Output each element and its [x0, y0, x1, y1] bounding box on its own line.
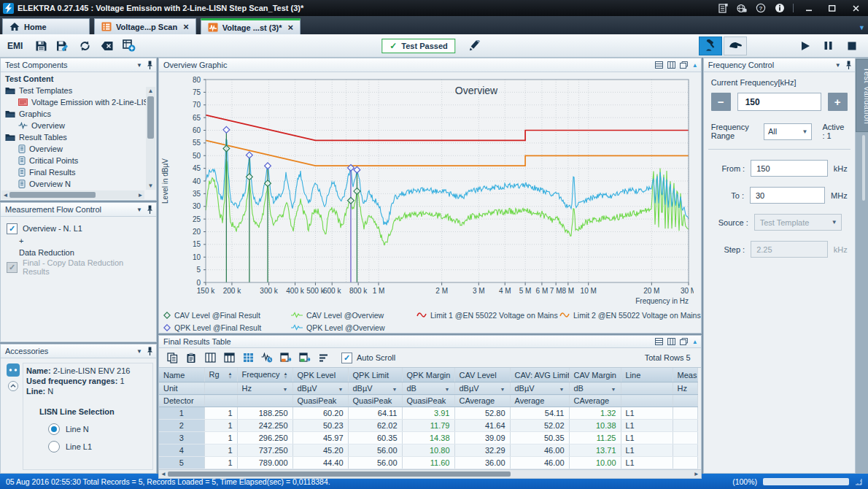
- maximize-button[interactable]: [824, 3, 840, 13]
- column-header-cav-margin[interactable]: CAV Margin: [569, 368, 621, 382]
- results-grid[interactable]: NameRg▲▼Frequency▲▼QPK LevelQPK LimitQPK…: [159, 367, 701, 469]
- table-row[interactable]: 11188.25060.2064.113.9152.8054.111.32L1: [159, 407, 697, 420]
- radio-icon[interactable]: [48, 441, 60, 453]
- pin-icon[interactable]: [845, 61, 852, 70]
- refresh-button[interactable]: [75, 37, 95, 55]
- table-row[interactable]: 21242.25050.2362.0211.7941.6452.0210.38L…: [159, 420, 697, 432]
- save-edit-button[interactable]: [53, 37, 73, 55]
- chevron-down-icon[interactable]: ▼: [136, 348, 142, 355]
- tree-item-result-tables[interactable]: Result Tables: [1, 131, 156, 143]
- gavel-mode-button[interactable]: [699, 36, 722, 55]
- col-narrow-button[interactable]: [201, 350, 219, 366]
- close-tab-icon[interactable]: ×: [183, 21, 189, 32]
- frequency-range-select[interactable]: All▼: [764, 123, 813, 140]
- radio-line-n[interactable]: Line N: [48, 423, 150, 435]
- chart-float-window-icon[interactable]: [680, 61, 688, 69]
- col-header-button[interactable]: [220, 350, 238, 366]
- frequency-decrement-button[interactable]: −: [711, 93, 731, 111]
- column-header-line[interactable]: Line: [621, 368, 673, 382]
- close-tab-icon[interactable]: ×: [287, 22, 293, 33]
- unit-cell[interactable]: dBµV▼: [510, 382, 569, 395]
- tree-item-voltage-emission-with-2-line-lisn-st[interactable]: Voltage Emission with 2-Line-LISN St: [1, 96, 156, 108]
- add-test-button[interactable]: [119, 37, 139, 55]
- tree-vertical-scrollbar[interactable]: ▲▼: [146, 87, 155, 190]
- column-header-qpk-limit[interactable]: QPK Limit: [348, 368, 402, 382]
- tab-home[interactable]: Home: [2, 18, 90, 34]
- table-row[interactable]: 31296.25045.9760.3514.3839.0950.3511.25L…: [159, 432, 697, 444]
- radio-line-l1[interactable]: Line L1: [48, 441, 150, 453]
- globe-icon[interactable]: [736, 3, 748, 13]
- pin-icon[interactable]: [147, 205, 153, 215]
- grid-blue-button[interactable]: [239, 350, 257, 366]
- tree-item-overview[interactable]: Overview: [1, 143, 156, 155]
- unit-cell[interactable]: Hz▼: [237, 382, 292, 395]
- radio-icon[interactable]: [48, 423, 60, 435]
- export-csv-button[interactable]: [277, 350, 295, 366]
- paste-button[interactable]: [182, 350, 200, 366]
- tab-voltage-p-scan[interactable]: Voltage...p Scan×: [94, 18, 196, 34]
- auto-scroll-toggle[interactable]: ✓Auto Scroll: [341, 353, 395, 363]
- unit-cell[interactable]: dB▼: [402, 382, 454, 395]
- copy-button[interactable]: [163, 350, 181, 366]
- to-input[interactable]: 30: [750, 187, 825, 204]
- column-header-frequency[interactable]: Frequency▲▼: [237, 368, 292, 382]
- chart-collapse-icon[interactable]: ▲: [692, 62, 698, 69]
- help-icon[interactable]: ?: [755, 3, 767, 13]
- table-row[interactable]: 51789.00044.4056.0011.6036.0046.0010.00L…: [159, 457, 697, 469]
- tab-test-validation[interactable]: Test Validation: [856, 59, 868, 132]
- column-header-meas-b[interactable]: Meas B: [673, 368, 697, 382]
- column-header-rg[interactable]: Rg▲▼: [204, 368, 237, 382]
- tree-item-test-templates[interactable]: Test Templates: [1, 85, 156, 96]
- tree-item-overview[interactable]: Overview: [1, 120, 156, 131]
- collapse-chevron-icon[interactable]: [7, 380, 19, 392]
- side-strip-scrollbar[interactable]: [862, 135, 865, 201]
- resize-grip-icon[interactable]: [855, 478, 862, 485]
- table-collapse-icon[interactable]: ▲: [692, 339, 698, 345]
- chevron-down-icon[interactable]: ▼: [136, 62, 142, 69]
- info-icon[interactable]: [774, 3, 786, 13]
- sort-button[interactable]: [315, 350, 333, 366]
- current-frequency-input[interactable]: 150: [737, 93, 821, 111]
- table-row[interactable]: 41737.25045.2056.0010.8032.2946.0013.71L…: [159, 444, 697, 457]
- chevron-down-icon[interactable]: ▼: [136, 207, 142, 213]
- frequency-increment-button[interactable]: +: [828, 93, 848, 111]
- column-header-qpk-level[interactable]: QPK Level: [292, 368, 348, 382]
- from-input[interactable]: 150: [751, 160, 828, 177]
- flow-step-checkbox[interactable]: ✓: [7, 223, 18, 234]
- chart-cols-layout-icon[interactable]: [667, 61, 675, 69]
- chevron-down-icon[interactable]: ▼: [835, 62, 841, 69]
- unit-cell[interactable]: dB▼: [569, 382, 621, 395]
- table-cols-layout-icon[interactable]: [667, 338, 675, 345]
- tree-item-graphics[interactable]: Graphics: [1, 108, 156, 120]
- tab-voltage-st-3-[interactable]: Voltage ...st (3)*×: [201, 18, 301, 34]
- stop-button[interactable]: [842, 37, 861, 55]
- unit-cell[interactable]: dBµV▼: [454, 382, 510, 395]
- overview-chart[interactable]: Overview05101520253035404550556065707580…: [159, 72, 701, 309]
- tree-horizontal-scrollbar[interactable]: ◄►: [1, 190, 144, 199]
- step-input[interactable]: 2.25: [751, 241, 828, 258]
- minimize-button[interactable]: [801, 3, 817, 13]
- hand-mode-button[interactable]: [724, 36, 747, 55]
- close-button[interactable]: [848, 3, 864, 13]
- tree-item-final-results[interactable]: Final Results: [1, 166, 156, 178]
- column-header-cav-level[interactable]: CAV Level: [454, 368, 510, 382]
- export-table-button[interactable]: [296, 350, 314, 366]
- column-header-name[interactable]: Name: [159, 368, 204, 382]
- save-button[interactable]: [31, 37, 51, 55]
- table-rows-layout-icon[interactable]: [655, 338, 663, 345]
- wave-clock-button[interactable]: [258, 350, 276, 366]
- tree-item-critical-points[interactable]: Critical Points: [1, 155, 156, 166]
- edit-test-plan-button[interactable]: [465, 37, 484, 55]
- tree-item-overview-n[interactable]: Overview N: [1, 178, 156, 190]
- flow-step-checkbox[interactable]: ✓: [7, 262, 18, 273]
- report-icon[interactable]: [717, 3, 729, 13]
- column-header-cav-avg-limit[interactable]: CAV: AVG Limit: [510, 368, 569, 382]
- unit-cell[interactable]: dBµV▼: [292, 382, 348, 395]
- play-button[interactable]: [795, 37, 815, 55]
- clear-button[interactable]: [97, 37, 117, 55]
- auto-scroll-checkbox[interactable]: ✓: [341, 353, 352, 363]
- column-header-qpk-margin[interactable]: QPK Margin: [402, 368, 454, 382]
- pause-button[interactable]: [818, 37, 838, 55]
- pin-icon[interactable]: [147, 347, 153, 356]
- tab-overflow-icon[interactable]: ▼: [859, 24, 865, 31]
